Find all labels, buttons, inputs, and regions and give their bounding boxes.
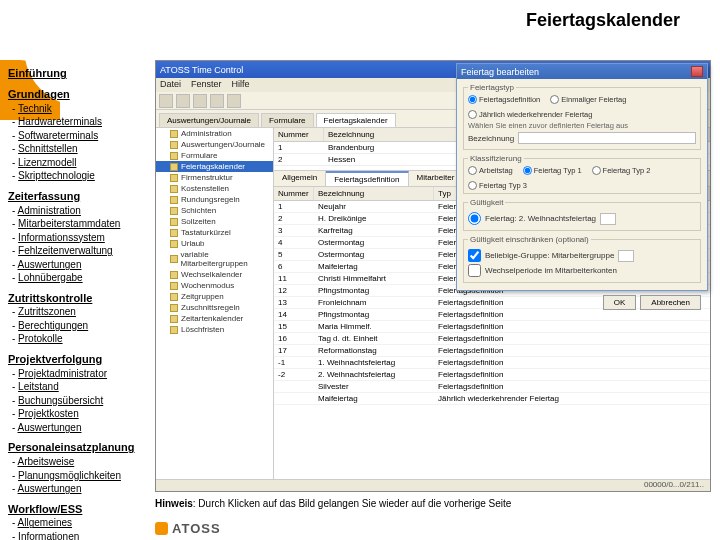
nav-sub-link[interactable]: Allgemeines <box>18 517 72 528</box>
hint-text: Hinweis: Durch Klicken auf das Bild gela… <box>155 498 511 509</box>
tree-item[interactable]: Firmenstruktur <box>156 172 273 183</box>
tree-item[interactable]: Tastaturkürzel <box>156 227 273 238</box>
nav-group-head[interactable]: Projektverfolgung <box>8 352 102 367</box>
tree-item[interactable]: Kostenstellen <box>156 183 273 194</box>
nav-tree[interactable]: AdministrationAuswertungen/JournaleFormu… <box>156 128 274 479</box>
page-title: Feiertagskalender <box>526 10 680 31</box>
class-radio[interactable] <box>468 166 477 175</box>
nav-sub-link[interactable]: Arbeitsweise <box>18 456 75 467</box>
tree-item[interactable]: Rundungsregeln <box>156 194 273 205</box>
nav-sub-link[interactable]: Auswertungen <box>18 422 82 433</box>
bezeichnung-input[interactable] <box>518 132 696 144</box>
main-tab[interactable]: Feiertagskalender <box>316 113 396 127</box>
fieldset-class: Klassifizierung Arbeitstag Feiertag Typ … <box>463 154 701 194</box>
nav-group-head[interactable]: Zeiterfassung <box>8 189 80 204</box>
nav-sub-link[interactable]: Administration <box>18 205 81 216</box>
menu-item[interactable]: Datei <box>160 79 181 91</box>
nav-sub-link[interactable]: Planungsmöglichkeiten <box>18 470 121 481</box>
fieldset-valid: Gültigkeit Feiertag: 2. Weihnachtsfeiert… <box>463 198 701 231</box>
tree-item[interactable]: Formulare <box>156 150 273 161</box>
dialog-title: Feiertag bearbeiten <box>461 67 539 77</box>
table-row[interactable]: MaifeiertagJährlich wiederkehrender Feie… <box>274 393 710 405</box>
status-bar: 00000/0...0/211.. <box>156 479 710 491</box>
nav-sub-link[interactable]: Lohnübergabe <box>18 272 83 283</box>
footer-logo: ATOSS <box>155 521 221 536</box>
type-radio[interactable] <box>468 95 477 104</box>
limit-check1[interactable] <box>468 249 481 262</box>
type-radio[interactable] <box>550 95 559 104</box>
tree-item[interactable]: Wochenmodus <box>156 280 273 291</box>
toolbar-icon[interactable] <box>193 94 207 108</box>
toolbar-icon[interactable] <box>227 94 241 108</box>
menu-item[interactable]: Fenster <box>191 79 222 91</box>
nav-sub-link[interactable]: Hardwareterminals <box>18 116 102 127</box>
tree-item[interactable]: variable Mitarbeitergruppen <box>156 249 273 269</box>
class-radio[interactable] <box>523 166 532 175</box>
tree-item[interactable]: Zuschnittsregeln <box>156 302 273 313</box>
tree-item[interactable]: Urlaub <box>156 238 273 249</box>
nav-sub-link[interactable]: Informationen <box>18 531 79 540</box>
toolbar-icon[interactable] <box>176 94 190 108</box>
limit-check2[interactable] <box>468 264 481 277</box>
nav-sub-link[interactable]: Leitstand <box>18 381 59 392</box>
class-radio[interactable] <box>468 181 477 190</box>
nav-sub-link[interactable]: Informationssystem <box>18 232 105 243</box>
nav-sub-link[interactable]: Protokolle <box>18 333 62 344</box>
nav-sub-link[interactable]: Projektkosten <box>18 408 79 419</box>
toolbar-icon[interactable] <box>159 94 173 108</box>
table-row[interactable]: 16Tag d. dt. EinheitFeiertagsdefinition <box>274 333 710 345</box>
main-tab[interactable]: Auswertungen/Journale <box>159 113 259 127</box>
nav-sub-link[interactable]: Schnittstellen <box>18 143 77 154</box>
nav-group-head[interactable]: Grundlagen <box>8 87 70 102</box>
main-tab[interactable]: Formulare <box>261 113 313 127</box>
table-row[interactable]: 15Maria Himmelf.Feiertagsdefinition <box>274 321 710 333</box>
valid-radio[interactable] <box>468 212 481 225</box>
table-row[interactable]: SilvesterFeiertagsdefinition <box>274 381 710 393</box>
sub-tab[interactable]: Allgemein <box>274 171 326 186</box>
nav-sub-link[interactable]: Lizenzmodell <box>18 157 76 168</box>
nav-sub-link[interactable]: Buchungsübersicht <box>18 395 103 406</box>
nav-sub-link[interactable]: Auswertungen <box>18 483 82 494</box>
fieldset-limit: Gültigkeit einschränken (optional) Belie… <box>463 235 701 283</box>
nav-sub-link[interactable]: Skripttechnologie <box>18 170 95 181</box>
valid-dropdown[interactable] <box>600 213 616 225</box>
nav-intro[interactable]: Einführung <box>8 66 67 81</box>
edit-dialog: Feiertag bearbeiten Feiertagstyp Feierta… <box>456 63 708 291</box>
class-radio[interactable] <box>592 166 601 175</box>
type-radio[interactable] <box>468 110 477 119</box>
toolbar-icon[interactable] <box>210 94 224 108</box>
nav-sub-link[interactable]: Fehlzeitenverwaltung <box>18 245 113 256</box>
menu-item[interactable]: Hilfe <box>232 79 250 91</box>
nav-group-head[interactable]: Workflow/ESS <box>8 502 82 517</box>
fieldset-type: Feiertagstyp Feiertagsdefinition Einmali… <box>463 83 701 150</box>
tree-item[interactable]: Feiertagskalender <box>156 161 273 172</box>
tree-item[interactable]: Auswertungen/Journale <box>156 139 273 150</box>
nav-group-head[interactable]: Personaleinsatzplanung <box>8 440 135 455</box>
ok-button[interactable]: OK <box>603 295 637 310</box>
app-screenshot[interactable]: ATOSS Time Control DateiFensterHilfe Sta… <box>155 60 711 492</box>
tree-item[interactable]: Zeitartenkalender <box>156 313 273 324</box>
left-navigation: Einführung Grundlagen- Technik- Hardware… <box>8 60 150 540</box>
nav-sub-link[interactable]: Auswertungen <box>18 259 82 270</box>
nav-sub-link[interactable]: Mitarbeiterstammdaten <box>18 218 120 229</box>
table-row[interactable]: -22. WeihnachtsfeiertagFeiertagsdefiniti… <box>274 369 710 381</box>
nav-sub-link[interactable]: Zutrittszonen <box>18 306 76 317</box>
dialog-close-icon[interactable] <box>691 66 703 77</box>
sub-tab[interactable]: Feiertagsdefinition <box>326 171 408 186</box>
table-row[interactable]: 17ReformationstagFeiertagsdefinition <box>274 345 710 357</box>
window-title: ATOSS Time Control <box>160 65 243 75</box>
nav-sub-link[interactable]: Softwareterminals <box>18 130 98 141</box>
tree-item[interactable]: Löschfristen <box>156 324 273 335</box>
nav-sub-link[interactable]: Berechtigungen <box>18 320 88 331</box>
dialog-titlebar: Feiertag bearbeiten <box>457 64 707 79</box>
tree-item[interactable]: Schichten <box>156 205 273 216</box>
nav-sub-link[interactable]: Projektadministrator <box>18 368 107 379</box>
tree-item[interactable]: Sollzeiten <box>156 216 273 227</box>
nav-group-head[interactable]: Zutrittskontrolle <box>8 291 92 306</box>
nav-sub-link[interactable]: Technik <box>18 103 52 114</box>
cancel-button[interactable]: Abbrechen <box>640 295 701 310</box>
table-row[interactable]: -11. WeihnachtsfeiertagFeiertagsdefiniti… <box>274 357 710 369</box>
tree-item[interactable]: Zeitgruppen <box>156 291 273 302</box>
tree-item[interactable]: Wechselkalender <box>156 269 273 280</box>
tree-item[interactable]: Administration <box>156 128 273 139</box>
